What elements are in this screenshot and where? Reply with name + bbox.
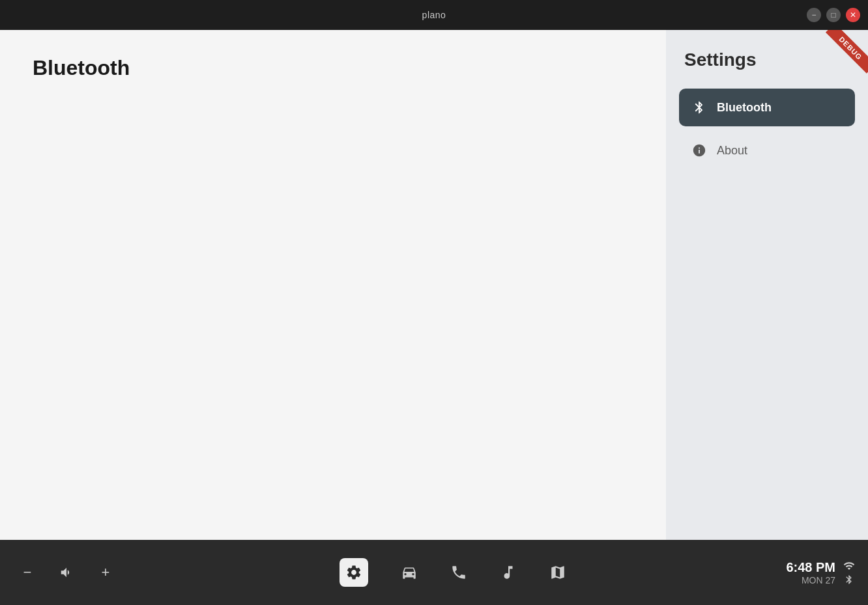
- sidebar-item-bluetooth[interactable]: Bluetooth: [679, 89, 855, 126]
- settings-nav-button[interactable]: [340, 558, 368, 587]
- volume-down-button[interactable]: −: [13, 558, 42, 587]
- phone-nav-button[interactable]: [450, 564, 467, 581]
- minus-icon: −: [23, 564, 32, 581]
- title-bar: plano − □ ✕: [0, 0, 868, 30]
- time-display: 6:48 PM MON 27: [786, 559, 835, 585]
- volume-controls: − +: [13, 558, 120, 587]
- map-nav-button[interactable]: [549, 564, 566, 581]
- volume-icon-button[interactable]: [52, 558, 81, 587]
- volume-up-button[interactable]: +: [91, 558, 120, 587]
- car-nav-button[interactable]: [401, 564, 418, 581]
- status-area: 6:48 PM MON 27: [786, 559, 855, 585]
- sidebar-item-about-label: About: [717, 144, 747, 158]
- date-text: MON 27: [786, 575, 835, 585]
- map-icon: [549, 564, 566, 581]
- page-title: Bluetooth: [33, 56, 633, 80]
- close-button[interactable]: ✕: [846, 8, 860, 22]
- plus-icon: +: [102, 564, 110, 581]
- app-title: plano: [422, 10, 446, 20]
- status-icons: [843, 560, 855, 585]
- bottom-bar: − +: [0, 540, 868, 605]
- window-controls: − □ ✕: [807, 8, 860, 22]
- content-area: Bluetooth: [0, 30, 666, 540]
- settings-icon: [345, 564, 362, 581]
- music-icon: [500, 564, 517, 581]
- sidebar: Settings Bluetooth About: [666, 30, 868, 540]
- info-icon: [692, 143, 706, 158]
- sidebar-title: Settings: [679, 49, 855, 70]
- music-nav-button[interactable]: [500, 564, 517, 581]
- phone-icon: [450, 564, 467, 581]
- sidebar-item-bluetooth-label: Bluetooth: [717, 101, 772, 115]
- bluetooth-status-icon: [844, 574, 854, 585]
- car-icon: [401, 564, 418, 581]
- maximize-button[interactable]: □: [826, 8, 841, 22]
- time-text: 6:48 PM: [786, 559, 835, 575]
- speaker-icon: [59, 565, 74, 580]
- main-area: Bluetooth DEBUG Settings Bluetooth About: [0, 30, 868, 540]
- minimize-button[interactable]: −: [807, 8, 821, 22]
- sidebar-item-about[interactable]: About: [679, 132, 855, 169]
- nav-buttons: [120, 558, 786, 587]
- bluetooth-icon: [692, 100, 706, 115]
- signal-icon: [843, 560, 855, 572]
